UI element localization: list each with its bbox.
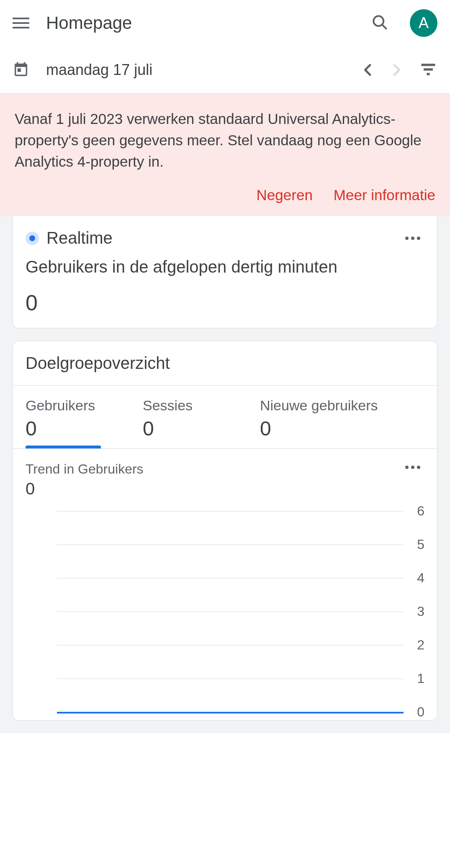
realtime-more-icon[interactable] <box>401 232 424 244</box>
trend-chart: 0123456 <box>13 502 437 720</box>
top-bar: Homepage A <box>0 0 450 46</box>
avatar-letter: A <box>419 14 429 32</box>
dismiss-button[interactable]: Negeren <box>257 187 313 203</box>
y-tick-label: 0 <box>417 704 424 720</box>
ua-sunset-notice: Vanaf 1 juli 2023 verwerken standaard Un… <box>0 94 450 216</box>
gridline <box>57 611 404 612</box>
y-tick-label: 4 <box>417 570 424 586</box>
gridline <box>57 544 404 545</box>
metric-label: Sessies <box>143 397 235 414</box>
date-label[interactable]: maandag 17 juli <box>46 61 358 79</box>
metric-value: 0 <box>143 417 235 440</box>
menu-icon[interactable] <box>13 15 29 31</box>
metric-value: 0 <box>26 417 118 440</box>
filter-icon[interactable] <box>406 60 437 80</box>
page-title: Homepage <box>46 13 370 33</box>
gridline <box>57 511 404 512</box>
svg-rect-3 <box>424 68 433 71</box>
date-bar: maandag 17 juli <box>0 46 450 94</box>
realtime-subtitle: Gebruikers in de afgelopen dertig minute… <box>26 256 424 278</box>
realtime-title: Realtime <box>46 229 401 247</box>
metric-sessions[interactable]: Sessies 0 <box>130 386 247 448</box>
audience-title: Doelgroepoverzicht <box>13 341 437 386</box>
y-tick-label: 5 <box>417 537 424 552</box>
metric-value: 0 <box>260 417 378 440</box>
content-area: Realtime Gebruikers in de afgelopen dert… <box>0 216 450 733</box>
gridline <box>57 578 404 579</box>
prev-day-button[interactable] <box>358 60 378 80</box>
notice-text: Vanaf 1 juli 2023 verwerken standaard Un… <box>15 108 435 172</box>
trend-header: Trend in Gebruikers 0 <box>13 449 437 502</box>
svg-line-1 <box>382 25 386 29</box>
gridline <box>57 678 404 679</box>
gridline <box>57 712 404 713</box>
trend-more-icon[interactable] <box>401 461 424 473</box>
audience-card: Doelgroepoverzicht Gebruikers 0 Sessies … <box>13 341 437 721</box>
avatar[interactable]: A <box>410 9 437 37</box>
svg-point-0 <box>373 16 383 26</box>
metric-new-users[interactable]: Nieuwe gebruikers 0 <box>247 386 391 448</box>
more-info-button[interactable]: Meer informatie <box>334 187 435 203</box>
y-tick-label: 6 <box>417 503 424 519</box>
metrics-row: Gebruikers 0 Sessies 0 Nieuwe gebruikers… <box>13 386 437 449</box>
realtime-value: 0 <box>26 290 424 315</box>
y-tick-label: 2 <box>417 637 424 653</box>
realtime-card: Realtime Gebruikers in de afgelopen dert… <box>13 216 437 328</box>
next-day-button <box>386 60 406 80</box>
gridline <box>57 645 404 646</box>
metric-users[interactable]: Gebruikers 0 <box>13 386 130 448</box>
svg-rect-4 <box>427 73 429 75</box>
search-icon[interactable] <box>370 13 410 33</box>
metric-label: Nieuwe gebruikers <box>260 397 378 414</box>
trend-value: 0 <box>26 479 401 498</box>
svg-rect-2 <box>422 64 435 66</box>
metric-label: Gebruikers <box>26 397 118 414</box>
calendar-icon[interactable] <box>13 61 29 79</box>
live-indicator-icon <box>26 232 39 245</box>
trend-title: Trend in Gebruikers <box>26 461 401 477</box>
y-tick-label: 1 <box>417 671 424 686</box>
y-tick-label: 3 <box>417 604 424 619</box>
